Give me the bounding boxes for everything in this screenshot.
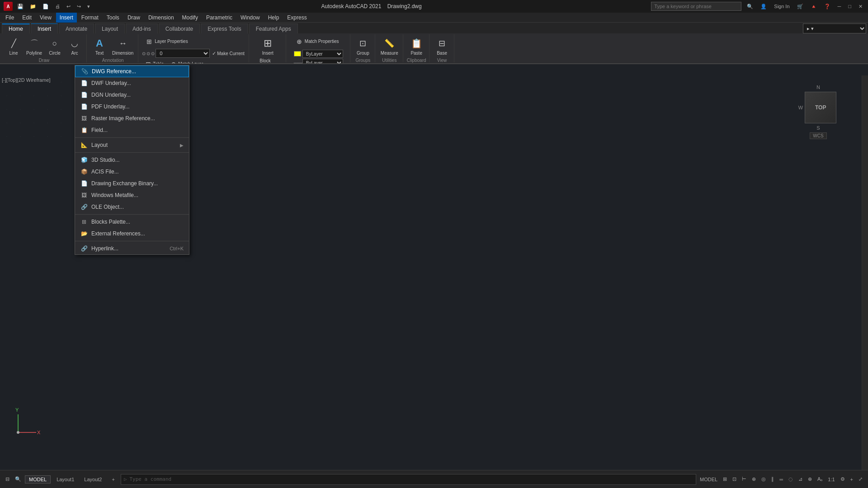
menu-blocks-palette[interactable]: ⊞ Blocks Palette...	[75, 216, 189, 228]
tab-layout[interactable]: Layout	[95, 23, 125, 33]
dimension-btn[interactable]: ↔ Dimension	[110, 35, 135, 57]
quick-print-btn[interactable]: 🖨	[53, 3, 62, 10]
minimize-btn[interactable]: ─	[836, 3, 843, 10]
ortho-btn[interactable]: ⊢	[740, 475, 748, 483]
quick-open-btn[interactable]: 📁	[28, 3, 38, 10]
quick-new-btn[interactable]: 📄	[41, 3, 51, 10]
menu-external-references[interactable]: 📂 External References...	[75, 228, 189, 239]
menu-3d-studio[interactable]: 🧊 3D Studio...	[75, 154, 189, 166]
tab-featured-apps[interactable]: Featured Apps	[249, 23, 298, 33]
quick-dropdown-btn[interactable]: ▾	[85, 3, 92, 10]
menu-drawing-exchange[interactable]: 📄 Drawing Exchange Binary...	[75, 178, 189, 189]
polar-btn[interactable]: ⊕	[750, 475, 758, 483]
menu-ole-object[interactable]: 🔗 OLE Object...	[75, 201, 189, 213]
insert-btn[interactable]: ⊞ Insert	[259, 35, 277, 57]
make-current-btn[interactable]: ✓ Make Current	[211, 50, 246, 57]
zoom-btn[interactable]: +	[849, 476, 855, 483]
store-btn[interactable]: 🛒	[795, 3, 805, 10]
match-layer-btn[interactable]: ⊕ Match Layer	[167, 59, 205, 63]
menu-parametric[interactable]: Parametric	[203, 13, 236, 23]
info-btn[interactable]: ❓	[822, 3, 832, 10]
circle-btn[interactable]: ○ Circle	[46, 35, 64, 57]
search-toggle-btn[interactable]: 🔍	[13, 475, 23, 483]
keyword-search[interactable]	[651, 2, 741, 11]
menu-modify[interactable]: Modify	[179, 13, 202, 23]
base-btn[interactable]: ⊟ Base	[433, 35, 451, 57]
menu-acis-file[interactable]: 📦 ACIS File...	[75, 166, 189, 178]
maximize-btn[interactable]: □	[846, 3, 853, 10]
lineweight-btn[interactable]: ═	[778, 476, 785, 483]
osnap-btn[interactable]: ◎	[760, 475, 768, 483]
model-label-btn[interactable]: MODEL	[698, 476, 719, 483]
quick-redo-btn[interactable]: ↪	[75, 3, 83, 10]
color-dropdown[interactable]: ByLayer	[302, 50, 343, 58]
gizmo-btn[interactable]: ⊕	[806, 475, 814, 483]
match-properties-btn[interactable]: ⊕ Match Properties	[292, 35, 341, 48]
menu-view[interactable]: View	[36, 13, 55, 23]
quick-undo-btn[interactable]: ↩	[65, 3, 72, 10]
panel-toggle-btn[interactable]: ⊟	[4, 475, 11, 483]
add-layout-btn[interactable]: +	[108, 475, 118, 483]
linetype-dropdown[interactable]: ByLayer	[302, 59, 343, 63]
command-bar[interactable]: ▷ Type a command	[121, 474, 696, 485]
color-swatch[interactable]	[294, 51, 301, 56]
menu-dwf-underlay[interactable]: 📄 DWF Underlay...	[75, 77, 189, 89]
measure-btn[interactable]: 📏 Measure	[379, 35, 400, 57]
user-icon[interactable]: 👤	[759, 3, 769, 10]
menu-field[interactable]: 📋 Field...	[75, 124, 189, 136]
menu-pdf-underlay[interactable]: 📄 PDF Underlay...	[75, 101, 189, 113]
dwg-reference-label: DWG Reference...	[92, 68, 183, 75]
line-btn[interactable]: ╱ Line	[5, 35, 23, 57]
tab-insert[interactable]: Insert	[31, 23, 58, 33]
quick-save-btn[interactable]: 💾	[15, 3, 25, 10]
menu-format[interactable]: Format	[78, 13, 102, 23]
menu-window[interactable]: Window	[237, 13, 264, 23]
search-btn[interactable]: 🔍	[745, 3, 755, 10]
menu-dimension[interactable]: Dimension	[145, 13, 178, 23]
menu-draw[interactable]: Draw	[124, 13, 144, 23]
polyline-btn[interactable]: ⌒ Polyline	[24, 35, 44, 57]
menu-hyperlink[interactable]: 🔗 Hyperlink... Ctrl+K	[75, 243, 189, 254]
tab-home[interactable]: Home	[2, 23, 30, 33]
full-screen-btn[interactable]: ⤢	[857, 475, 864, 483]
sign-in-btn[interactable]: Sign In	[772, 3, 791, 10]
menu-insert[interactable]: Insert	[56, 13, 77, 23]
menu-file[interactable]: File	[2, 13, 18, 23]
settings-btn[interactable]: ⚙	[839, 475, 847, 483]
annotation-scale-btn[interactable]: Aₐ	[816, 475, 824, 483]
tab-add-ins[interactable]: Add-ins	[126, 23, 158, 33]
otrack-btn[interactable]: ∥	[769, 475, 776, 483]
text-btn[interactable]: A Text	[90, 35, 108, 57]
wcs-label: WCS	[810, 132, 826, 139]
tab-layout1[interactable]: Layout1	[52, 475, 78, 483]
tab-annotate[interactable]: Annotate	[59, 23, 94, 33]
tab-express-tools[interactable]: Express Tools	[201, 23, 248, 33]
grid-btn[interactable]: ⊞	[721, 475, 729, 483]
layer-properties-btn[interactable]: ⊞ Layer Properties	[142, 35, 189, 48]
tab-model[interactable]: MODEL	[25, 475, 51, 483]
menu-layout[interactable]: 📐 Layout ▶	[75, 139, 189, 151]
table-btn[interactable]: ⊞ Table	[142, 59, 165, 63]
selection-btn[interactable]: ⊿	[797, 475, 804, 483]
paste-btn[interactable]: 📋 Paste	[407, 35, 425, 57]
menu-dwg-reference[interactable]: 📎 DWG Reference...	[75, 66, 189, 77]
nav-cube-box[interactable]: TOP	[805, 92, 836, 123]
snap-btn[interactable]: ⊡	[731, 475, 738, 483]
menu-dgn-underlay[interactable]: 📄 DGN Underlay...	[75, 89, 189, 101]
menu-help[interactable]: Help	[264, 13, 283, 23]
tab-layout2[interactable]: Layout2	[80, 475, 106, 483]
menu-edit[interactable]: Edit	[19, 13, 35, 23]
draw-group-label: Draw	[39, 58, 49, 63]
arc-btn[interactable]: ◡ Arc	[66, 35, 84, 57]
transparency-btn[interactable]: ◌	[787, 475, 795, 483]
menu-tools[interactable]: Tools	[103, 13, 123, 23]
group-btn[interactable]: ⊡ Group	[354, 35, 372, 57]
menu-windows-metafile[interactable]: 🖼 Windows Metafile...	[75, 189, 189, 201]
layer-select[interactable]: 0	[156, 49, 210, 58]
scale-label-btn[interactable]: 1:1	[826, 476, 836, 483]
menu-express[interactable]: Express	[283, 13, 310, 23]
workspace-dropdown[interactable]: ▸ ▾	[803, 23, 866, 33]
tab-collaborate[interactable]: Collaborate	[159, 23, 200, 33]
close-btn[interactable]: ✕	[857, 3, 864, 10]
menu-raster-image[interactable]: 🖼 Raster Image Reference...	[75, 113, 189, 124]
